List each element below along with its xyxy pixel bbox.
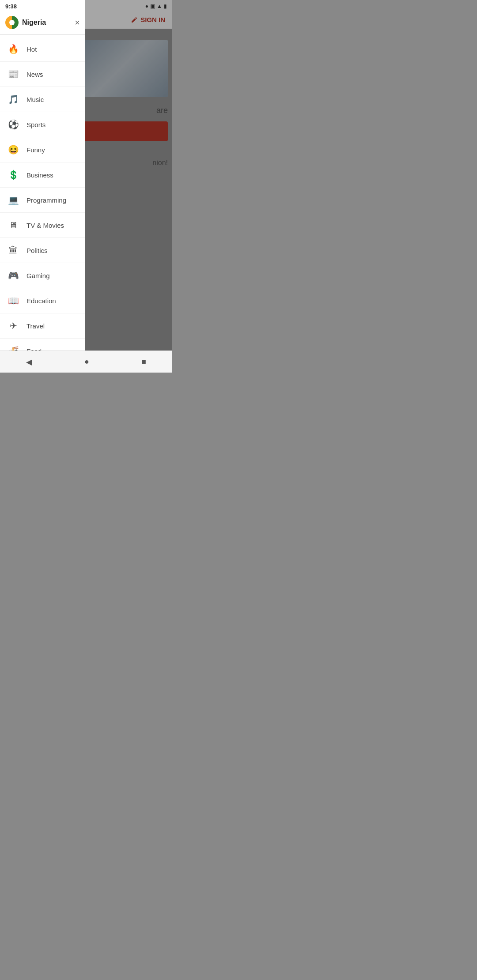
notification-icon: ● xyxy=(145,3,148,9)
sports-icon: ⚽ xyxy=(7,118,19,131)
tv-movies-icon: 🖥 xyxy=(7,219,19,231)
gaming-icon: 🎮 xyxy=(7,269,19,282)
travel-icon: ✈ xyxy=(7,320,19,332)
status-bar: 9:38 ● ▣ ▲ ▮ xyxy=(0,0,172,12)
education-label: Education xyxy=(26,297,56,305)
tv-movies-label: TV & Movies xyxy=(26,222,64,229)
business-icon: 💲 xyxy=(7,169,19,181)
brand-name: Nigeria xyxy=(22,19,46,26)
menu-item-tv-movies[interactable]: 🖥TV & Movies xyxy=(0,213,85,238)
politics-icon: 🏛 xyxy=(7,244,19,256)
hot-icon: 🔥 xyxy=(7,43,19,55)
brand: Nigeria xyxy=(5,16,46,29)
hot-label: Hot xyxy=(26,45,37,53)
brand-logo xyxy=(5,16,19,29)
music-icon: 🎵 xyxy=(7,93,19,106)
battery-icon: ▮ xyxy=(164,3,167,9)
funny-icon: 😆 xyxy=(7,143,19,156)
close-button[interactable]: × xyxy=(75,18,80,28)
overlay-dim xyxy=(85,0,172,373)
sports-label: Sports xyxy=(26,121,45,128)
menu-item-travel[interactable]: ✈Travel xyxy=(0,313,85,339)
travel-label: Travel xyxy=(26,322,45,330)
nav-bar: ◀ ● ■ xyxy=(0,351,172,373)
drawer-menu: 🔥Hot📰News🎵Music⚽Sports😆Funny💲Business💻Pr… xyxy=(0,35,85,373)
menu-item-funny[interactable]: 😆Funny xyxy=(0,137,85,162)
menu-item-gaming[interactable]: 🎮Gaming xyxy=(0,263,85,288)
politics-label: Politics xyxy=(26,247,48,254)
menu-item-politics[interactable]: 🏛Politics xyxy=(0,238,85,263)
menu-item-education[interactable]: 📖Education xyxy=(0,288,85,313)
programming-label: Programming xyxy=(26,196,66,204)
menu-item-programming[interactable]: 💻Programming xyxy=(0,188,85,213)
home-button[interactable]: ● xyxy=(76,354,98,370)
menu-item-sports[interactable]: ⚽Sports xyxy=(0,112,85,137)
menu-item-business[interactable]: 💲Business xyxy=(0,162,85,188)
signal-icon: ▲ xyxy=(157,3,162,9)
recent-button[interactable]: ■ xyxy=(132,354,155,370)
gaming-label: Gaming xyxy=(26,272,50,279)
business-label: Business xyxy=(26,171,53,179)
education-icon: 📖 xyxy=(7,294,19,307)
menu-item-music[interactable]: 🎵Music xyxy=(0,87,85,112)
news-label: News xyxy=(26,71,43,78)
time-display: 9:38 xyxy=(5,3,17,10)
funny-label: Funny xyxy=(26,146,45,154)
news-icon: 📰 xyxy=(7,68,19,80)
menu-item-hot[interactable]: 🔥Hot xyxy=(0,37,85,62)
programming-icon: 💻 xyxy=(7,194,19,206)
side-drawer: Nigeria × 🔥Hot📰News🎵Music⚽Sports😆Funny💲B… xyxy=(0,0,85,373)
music-label: Music xyxy=(26,96,44,103)
status-icons: ● ▣ ▲ ▮ xyxy=(145,3,167,9)
back-button[interactable]: ◀ xyxy=(17,354,41,370)
menu-item-news[interactable]: 📰News xyxy=(0,62,85,87)
sim-icon: ▣ xyxy=(150,3,155,9)
